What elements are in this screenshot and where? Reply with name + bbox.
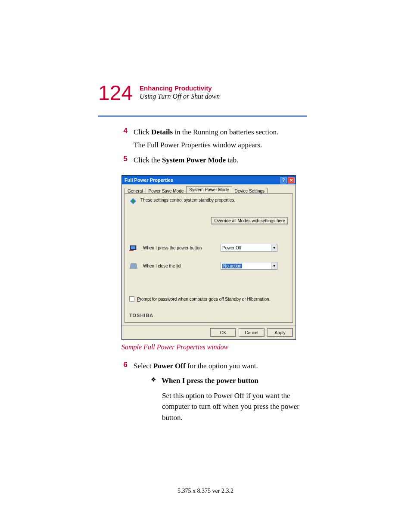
power-button-label: When I press the power button <box>143 246 216 250</box>
power-button-value: Power Off <box>222 246 241 250</box>
cancel-button[interactable]: Cancel <box>239 328 265 337</box>
step-4-bold: Details <box>151 128 173 136</box>
step-5-text-a: Click the <box>134 156 162 164</box>
diamond-bullet-icon: ❖ <box>151 375 156 385</box>
help-icon: ? <box>282 178 285 183</box>
bullet-paragraph: Set this option to Power Off if you want… <box>162 390 314 423</box>
password-prompt-label: Prompt for password when computer goes o… <box>137 297 270 302</box>
override-all-modes-button[interactable]: Override all Modes with settings here <box>211 217 288 224</box>
password-prompt-checkbox[interactable] <box>129 296 134 302</box>
chevron-down-icon: ▼ <box>271 244 277 251</box>
close-icon: ✕ <box>290 178 293 183</box>
step-number: 6 <box>121 361 128 369</box>
brand-label: TOSHIBA <box>129 313 153 318</box>
panel-description: These settings control system standby pr… <box>140 197 235 202</box>
svg-rect-3 <box>131 246 135 249</box>
ok-button[interactable]: OK <box>210 328 236 337</box>
bullet-item: ❖ When I press the power button <box>151 375 314 386</box>
close-lid-label: When I close the lid <box>143 264 216 268</box>
pb-c: utton <box>192 246 202 250</box>
close-lid-setting-row: When I close the lid No action ▼ <box>129 262 288 270</box>
tab-panel: These settings control system standby pr… <box>125 193 293 323</box>
dialog-title: Full Power Properties <box>125 177 173 183</box>
lid-a: When I close the <box>143 264 176 268</box>
step-6: 6 Select Power Off for the option you wa… <box>121 361 314 423</box>
apply-button[interactable]: Apply <box>267 328 293 337</box>
close-button[interactable]: ✕ <box>288 177 295 184</box>
power-button-dropdown[interactable]: Power Off ▼ <box>221 244 277 252</box>
tab-power-save-mode[interactable]: Power Save Mode <box>146 188 187 194</box>
help-button[interactable]: ? <box>280 177 287 184</box>
step-4: 4 Click Details in the Running on batter… <box>121 127 314 153</box>
power-button-setting-row: When I press the power button Power Off … <box>129 244 288 252</box>
settings-icon <box>129 197 137 205</box>
step-6-text-a: Select <box>134 362 153 370</box>
apply-text: pply <box>277 330 285 335</box>
step-5: 5 Click the System Power Mode tab. <box>121 155 314 168</box>
dialog-titlebar: Full Power Properties ? ✕ <box>122 176 296 184</box>
power-button-icon <box>129 244 139 252</box>
step-5-bold: System Power Mode <box>162 156 226 164</box>
step-number: 4 <box>121 127 128 135</box>
chevron-down-icon: ▼ <box>271 262 277 269</box>
close-lid-dropdown[interactable]: No action ▼ <box>221 262 277 270</box>
tab-system-power-mode[interactable]: System Power Mode <box>186 186 232 193</box>
step-5-text-c: tab. <box>226 156 238 164</box>
full-power-properties-dialog: Full Power Properties ? ✕ General Power … <box>121 175 296 340</box>
override-text: verride all Modes with settings here <box>218 218 285 223</box>
section-subtitle: Using Turn Off or Shut down <box>140 93 220 100</box>
step-4-text-c: in the Running on batteries section. <box>173 128 278 136</box>
chapter-title: Enhancing Productivity <box>140 84 220 92</box>
step-4-line2: The Full Power Properties window appears… <box>134 140 278 151</box>
laptop-lid-icon <box>129 262 139 270</box>
tabs-row: General Power Save Mode System Power Mod… <box>122 184 296 193</box>
step-6-text-c: for the option you want. <box>186 362 258 370</box>
bullet-title: When I press the power button <box>162 376 258 385</box>
tab-device-settings[interactable]: Device Settings <box>232 188 268 194</box>
page-number: 124 <box>98 83 133 103</box>
header-divider <box>98 115 307 117</box>
chk-hotkey: P <box>137 297 140 302</box>
tab-general[interactable]: General <box>125 188 146 194</box>
pb-a: When I press the power <box>143 246 190 250</box>
lid-c: id <box>177 264 181 268</box>
figure-caption: Sample Full Power Properties window <box>121 343 314 351</box>
dialog-footer: OK Cancel Apply <box>122 325 296 339</box>
close-lid-value: No action <box>222 264 242 268</box>
page-footer: 5.375 x 8.375 ver 2.3.2 <box>0 488 411 495</box>
step-6-bold: Power Off <box>153 362 186 370</box>
step-4-text-a: Click <box>134 128 151 136</box>
chk-text: rompt for password when computer goes of… <box>140 297 271 302</box>
password-prompt-row: Prompt for password when computer goes o… <box>129 296 288 302</box>
step-number: 5 <box>121 155 128 163</box>
